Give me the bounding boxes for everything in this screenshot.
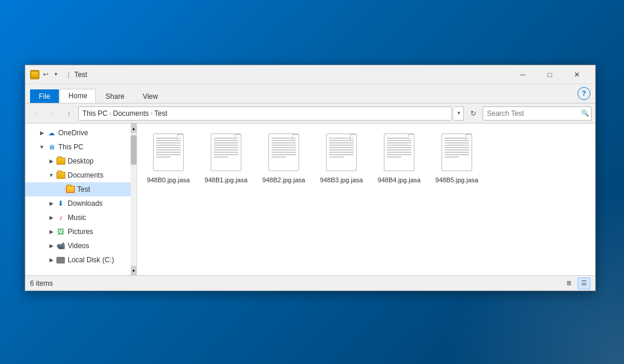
quick-access-toolbar: ↩ ▼ [30,70,61,79]
pictures-icon: 🖼 [56,228,65,236]
refresh-button[interactable]: ↻ [466,106,480,121]
sidebar-label-desktop: Desktop [68,157,94,165]
path-sep-1: › [109,110,111,116]
sidebar-label-documents: Documents [68,171,104,179]
expand-videos[interactable]: ▶ [47,241,56,251]
details-view-button[interactable]: ☰ [577,278,590,289]
file-name-3: 948B3.jpg.jasa [320,176,363,184]
file-icon-2 [266,131,301,173]
main-area: ▶ ☁ OneDrive ▼ 🖥 This PC ▶ Deskt [25,123,595,275]
sidebar-label-local-disk: Local Disk (C:) [68,256,114,264]
tab-share[interactable]: Share [97,89,133,103]
sidebar-label-thispc: This PC [58,143,84,151]
expand-downloads[interactable]: ▶ [47,199,56,208]
expand-test [56,185,65,194]
qat-folder-icon[interactable] [30,70,39,79]
search-box[interactable]: 🔍 [483,106,592,121]
sidebar-label-test: Test [77,185,90,193]
path-segment-documents[interactable]: Documents [113,109,149,118]
sidebar-item-thispc[interactable]: ▼ 🖥 This PC [25,140,137,154]
file-item-5[interactable]: 948B5.jpg.jasa [430,128,483,187]
sidebar-label-onedrive: OneDrive [58,129,88,137]
file-icon-5 [439,131,474,173]
sidebar-item-local-disk[interactable]: ▶ Local Disk (C:) [25,253,137,267]
ribbon: File Home Share View ? [25,84,595,103]
sidebar-item-downloads[interactable]: ▶ ⬇ Downloads [25,196,137,211]
path-segment-thispc[interactable]: This PC [82,109,108,118]
file-name-0: 948B0.jpg.jasa [147,176,190,184]
file-icon-0 [151,131,186,173]
up-button[interactable]: ↑ [62,106,76,121]
test-folder-icon [65,185,75,193]
expand-music[interactable]: ▶ [47,213,56,222]
expand-onedrive[interactable]: ▶ [37,128,47,138]
explorer-window: ↩ ▼ | Test ─ □ ✕ File Home Share View ? … [25,65,596,291]
file-name-4: 948B4.jpg.jasa [378,176,421,184]
forward-button[interactable]: › [45,106,59,121]
path-segment-test[interactable]: Test [154,109,167,118]
expand-thispc[interactable]: ▼ [37,142,47,152]
local-disk-icon [56,256,65,264]
sidebar-scrollbar[interactable]: ▲ ▼ [131,123,137,275]
tab-home[interactable]: Home [59,89,96,103]
sidebar-label-pictures: Pictures [68,228,93,236]
qat-dropdown-icon[interactable]: ▼ [51,70,61,79]
qat-undo-icon[interactable]: ↩ [41,70,50,79]
file-area: 948B0.jpg.jasa948B1.jpg.jasa948B2.jpg.ja… [137,123,595,275]
file-icon-3 [324,131,359,173]
music-icon: ♪ [56,213,65,222]
sidebar-label-videos: Videos [68,242,89,250]
sidebar-item-music[interactable]: ▶ ♪ Music [25,211,137,225]
search-input[interactable] [483,109,579,118]
file-name-2: 948B2.jpg.jasa [263,176,306,184]
expand-documents[interactable]: ▼ [47,171,56,180]
title-bar-separator: | [68,71,69,79]
sidebar-item-documents[interactable]: ▼ Documents [25,168,137,182]
address-dropdown-button[interactable]: ▼ [454,106,464,121]
expand-local-disk[interactable]: ▶ [47,255,56,265]
sidebar-item-test[interactable]: Test [25,182,137,196]
file-name-1: 948B1.jpg.jasa [205,176,248,184]
downloads-icon: ⬇ [56,199,65,208]
expand-pictures[interactable]: ▶ [47,227,56,236]
sidebar-label-music: Music [68,213,86,222]
help-button[interactable]: ? [577,87,590,100]
status-bar: 6 items ≣ ☰ [25,275,595,290]
tab-view[interactable]: View [134,89,167,103]
view-controls: ≣ ☰ [562,278,590,289]
search-button[interactable]: 🔍 [579,107,591,120]
window-title: Test [74,71,87,79]
path-sep-2: › [151,110,152,116]
back-button[interactable]: ‹ [29,106,43,121]
address-path[interactable]: This PC › Documents › Test [78,106,452,121]
file-name-5: 948B5.jpg.jasa [436,176,479,184]
address-bar: ‹ › ↑ This PC › Documents › Test ▼ ↻ 🔍 [25,103,595,123]
item-count: 6 items [30,279,53,288]
videos-icon: 📹 [56,242,65,250]
onedrive-icon: ☁ [47,129,56,137]
file-item-2[interactable]: 948B2.jpg.jasa [257,128,310,187]
documents-folder-icon [56,171,65,179]
list-view-button[interactable]: ≣ [562,278,575,289]
title-bar: ↩ ▼ | Test ─ □ ✕ [25,65,595,84]
expand-desktop[interactable]: ▶ [47,156,56,166]
file-item-3[interactable]: 948B3.jpg.jasa [315,128,368,187]
desktop-folder-icon [56,157,65,165]
sidebar-item-onedrive[interactable]: ▶ ☁ OneDrive [25,126,137,140]
sidebar: ▶ ☁ OneDrive ▼ 🖥 This PC ▶ Deskt [25,123,137,275]
sidebar-label-downloads: Downloads [68,199,102,208]
file-icon-1 [208,131,244,173]
sidebar-item-videos[interactable]: ▶ 📹 Videos [25,239,137,253]
sidebar-item-desktop[interactable]: ▶ Desktop [25,154,137,168]
tab-file[interactable]: File [30,89,59,103]
pc-icon: 🖥 [47,143,56,151]
ribbon-tab-bar: File Home Share View ? [25,84,595,103]
minimize-button[interactable]: ─ [509,65,536,84]
file-item-1[interactable]: 948B1.jpg.jasa [200,128,253,187]
file-item-4[interactable]: 948B4.jpg.jasa [373,128,426,187]
close-button[interactable]: ✕ [563,65,590,84]
maximize-button[interactable]: □ [536,65,563,84]
file-item-0[interactable]: 948B0.jpg.jasa [142,128,195,187]
sidebar-item-pictures[interactable]: ▶ 🖼 Pictures [25,225,137,239]
file-icon-4 [381,131,417,173]
